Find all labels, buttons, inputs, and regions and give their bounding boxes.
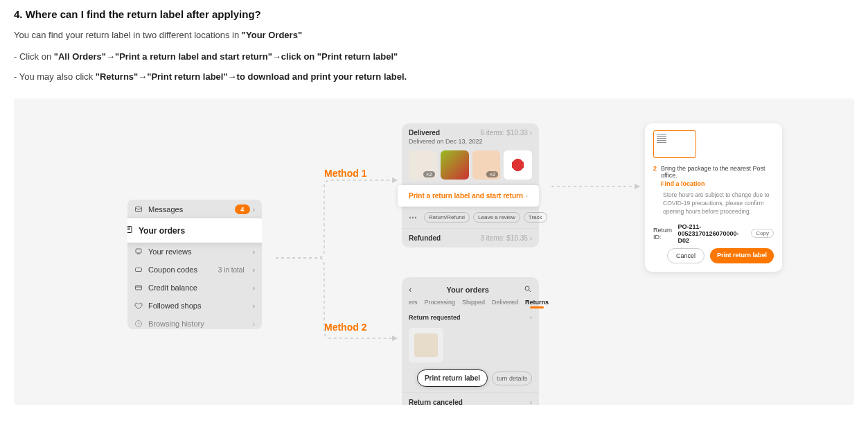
chevron-right-icon: › (253, 266, 255, 274)
thumb-qty: ×2 (423, 171, 435, 177)
svg-point-13 (525, 286, 529, 290)
chevron-right-icon: › (253, 248, 255, 256)
return-label-thumbnail[interactable] (653, 130, 696, 158)
refunded-summary: 3 items: $10.35 (481, 234, 528, 242)
arrow-to-panel4 (551, 182, 641, 189)
chevron-right-icon: › (528, 234, 532, 242)
tab-delivered[interactable]: Delivered (492, 299, 518, 306)
menu-browsing-history[interactable]: Browsing history › (127, 315, 262, 329)
svg-rect-9 (136, 268, 142, 272)
refunded-label: Refunded (409, 234, 441, 242)
menu-followed-shops-label: Followed shops (148, 302, 201, 310)
search-icon[interactable] (524, 285, 532, 295)
delivered-status: Delivered (409, 129, 440, 137)
history-icon (134, 320, 143, 328)
menu-browsing-history-label: Browsing history (148, 320, 204, 328)
svg-marker-1 (392, 336, 398, 341)
chevron-right-icon: › (253, 284, 255, 292)
find-location-link[interactable]: Find a location (661, 180, 774, 187)
diagram-container: Method 1 Method 2 Messages 4 › Your (14, 98, 854, 405)
step-2-number: 2 (653, 165, 657, 187)
return-refund-button[interactable]: Return/Refund (424, 212, 470, 223)
product-thumb[interactable] (441, 150, 469, 180)
tab-returns[interactable]: Returns (525, 299, 549, 306)
copy-button[interactable]: Copy (751, 229, 774, 238)
faq-line1-bold: "All Orders"→"Print a return label and s… (54, 51, 398, 62)
product-thumb[interactable]: ×2 (472, 150, 501, 180)
chevron-right-icon: › (530, 399, 532, 405)
product-thumbnails: ×2 ×2 (402, 150, 539, 185)
menu-credit-balance-label: Credit balance (148, 284, 197, 292)
messages-badge: 4 (235, 204, 250, 214)
faq-intro-prefix: You can find your return label in two di… (14, 30, 242, 40)
method-1-label: Method 1 (324, 168, 366, 179)
delivered-on: Delivered on Dec 13, 2022 (402, 138, 539, 150)
heart-icon (134, 302, 143, 310)
credit-icon (134, 284, 143, 292)
coupon-icon (134, 265, 143, 274)
print-return-label-button[interactable]: Print return label (417, 369, 488, 387)
menu-credit-balance[interactable]: Credit balance › (127, 279, 262, 297)
svg-marker-3 (635, 184, 640, 189)
return-instructions-panel: 2 Bring the package to the nearest Post … (645, 123, 782, 272)
product-thumb[interactable] (409, 328, 443, 363)
delivered-items-summary: 6 items: $10.33 (481, 129, 528, 137)
menu-your-orders-label: Your orders (139, 226, 185, 236)
orders-icon (127, 225, 133, 236)
menu-your-orders[interactable]: Your orders › (127, 218, 262, 243)
print-return-label-primary-button[interactable]: Print return label (710, 248, 774, 263)
faq-line2-bold: "Returns"→"Print return label"→to downlo… (96, 71, 407, 82)
chevron-right-icon: › (526, 192, 528, 200)
cancel-button[interactable]: Cancel (667, 248, 705, 263)
track-button[interactable]: Track (524, 212, 547, 223)
chevron-right-icon: › (253, 320, 255, 328)
order-tabs: ers Processing Shipped Delivered Returns (402, 299, 539, 310)
faq-heading: 4. Where can I find the return label aft… (14, 8, 854, 20)
faq-line-2: - You may also click "Returns"→"Print re… (14, 71, 854, 82)
svg-rect-10 (136, 286, 142, 290)
menu-messages[interactable]: Messages 4 › (127, 200, 262, 219)
method-2-label: Method 2 (324, 322, 366, 333)
tab-all-orders-partial[interactable]: ers (409, 299, 418, 306)
delivered-order-panel: Delivered 6 items: $10.33 › Delivered on… (402, 123, 539, 247)
menu-coupon-subtext: 3 in total (218, 266, 245, 274)
message-icon (134, 205, 143, 214)
faq-intro-bold: "Your Orders" (242, 30, 302, 40)
menu-followed-shops[interactable]: Followed shops › (127, 297, 262, 315)
menu-messages-label: Messages (148, 205, 183, 214)
tab-processing[interactable]: Processing (425, 299, 456, 306)
svg-line-14 (529, 290, 531, 292)
thumb-qty: ×2 (486, 171, 498, 177)
chevron-right-icon: › (253, 206, 255, 214)
menu-your-reviews-label: Your reviews (148, 247, 192, 256)
chevron-right-icon: › (253, 302, 255, 310)
tab-shipped[interactable]: Shipped (462, 299, 485, 306)
panel-title: Your orders (411, 286, 524, 294)
return-id-value: PO-211-00523170126070000-D02 (678, 223, 747, 244)
your-orders-returns-panel: ‹ Your orders ers Processing Shipped Del… (402, 277, 539, 405)
menu-your-reviews[interactable]: Your reviews › (127, 243, 262, 261)
leave-review-button[interactable]: Leave a review (473, 212, 520, 223)
return-requested-label: Return requested (409, 314, 461, 321)
step-2-text: Bring the package to the nearest Post of… (661, 165, 765, 179)
svg-marker-0 (392, 177, 398, 183)
return-id-label: Return ID: (653, 227, 674, 241)
faq-line2-prefix: - You may also click (14, 71, 96, 82)
chevron-right-icon: › (528, 129, 532, 137)
return-canceled-label: Return canceled (409, 399, 463, 405)
review-icon (134, 247, 143, 256)
account-menu-panel: Messages 4 › Your orders › Your reviews … (127, 200, 262, 329)
store-hours-note: Store hours are subject to change due to… (663, 191, 774, 216)
faq-line-1: - Click on "All Orders"→"Print a return … (14, 51, 854, 62)
product-thumb[interactable]: ×2 (409, 150, 437, 180)
arrow-to-method1 (276, 180, 400, 263)
faq-line1-prefix: - Click on (14, 51, 54, 62)
menu-coupon-codes[interactable]: Coupon codes 3 in total › (127, 261, 262, 279)
product-thumb[interactable] (504, 150, 532, 180)
faq-intro: You can find your return label in two di… (14, 30, 854, 40)
more-actions-icon[interactable]: ⋯ (409, 216, 417, 219)
print-return-label-banner[interactable]: Print a return label and start return › (398, 185, 539, 207)
menu-coupon-codes-label: Coupon codes (148, 265, 197, 274)
return-details-button-partial[interactable]: turn details (492, 372, 532, 385)
chevron-right-icon: › (530, 314, 532, 321)
